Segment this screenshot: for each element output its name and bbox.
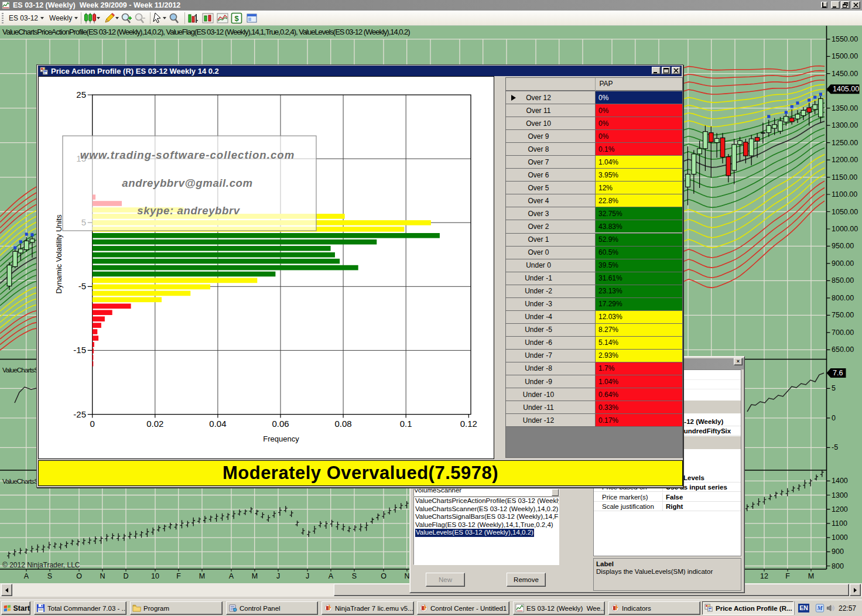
svg-text:750.00: 750.00 bbox=[832, 311, 854, 319]
svg-text:950.00: 950.00 bbox=[832, 242, 854, 250]
svg-text:ValueChartsPriceActionProfile(: ValueChartsPriceActionProfile(ES 03-12 (… bbox=[2, 28, 410, 36]
svg-text:0: 0 bbox=[832, 414, 836, 422]
svg-text:1200.00: 1200.00 bbox=[832, 156, 858, 164]
svg-text:1300: 1300 bbox=[832, 491, 848, 499]
svg-text:F: F bbox=[176, 572, 181, 580]
svg-text:1100: 1100 bbox=[832, 519, 847, 528]
svg-text:1350.00: 1350.00 bbox=[832, 104, 858, 112]
svg-text:7.6: 7.6 bbox=[833, 369, 843, 377]
svg-text:-25: -25 bbox=[73, 409, 86, 419]
svg-text:A: A bbox=[229, 572, 234, 580]
svg-text:www.trading-software-collectio: www.trading-software-collection.com bbox=[80, 149, 295, 161]
svg-text:700.00: 700.00 bbox=[832, 328, 854, 337]
svg-text:1400: 1400 bbox=[832, 477, 848, 485]
svg-text:Frequency: Frequency bbox=[263, 434, 299, 443]
svg-text:A: A bbox=[24, 572, 29, 580]
svg-text:900.00: 900.00 bbox=[832, 259, 854, 268]
svg-text:1500.00: 1500.00 bbox=[832, 52, 858, 60]
svg-text:Dynamic Volatility Units: Dynamic Volatility Units bbox=[54, 214, 63, 294]
svg-text:0: 0 bbox=[90, 419, 95, 429]
svg-text:1200: 1200 bbox=[832, 505, 848, 514]
svg-text:1100.00: 1100.00 bbox=[832, 190, 857, 199]
svg-text:1300.00: 1300.00 bbox=[832, 121, 858, 129]
svg-text:800.00: 800.00 bbox=[832, 294, 854, 302]
svg-text:J: J bbox=[276, 572, 280, 580]
svg-text:0.08: 0.08 bbox=[334, 419, 351, 429]
svg-text:900: 900 bbox=[832, 547, 844, 556]
svg-text:O: O bbox=[381, 572, 386, 580]
svg-text:5: 5 bbox=[832, 384, 836, 392]
svg-text:1450.00: 1450.00 bbox=[832, 70, 858, 78]
svg-text:0.12: 0.12 bbox=[460, 419, 477, 429]
svg-text:© 2012 NinjaTrader, LLC: © 2012 NinjaTrader, LLC bbox=[2, 561, 80, 569]
svg-text:-5: -5 bbox=[78, 281, 86, 291]
svg-text:J: J bbox=[306, 572, 309, 580]
svg-text:1550.00: 1550.00 bbox=[832, 35, 858, 43]
svg-text:0.02: 0.02 bbox=[146, 419, 163, 429]
svg-text:M: M bbox=[808, 572, 814, 580]
svg-text:D: D bbox=[123, 572, 128, 580]
svg-text:S: S bbox=[352, 572, 357, 580]
svg-text:1000.00: 1000.00 bbox=[832, 225, 858, 233]
svg-text:S: S bbox=[47, 572, 52, 580]
svg-text:25: 25 bbox=[76, 90, 86, 100]
svg-text:0.06: 0.06 bbox=[272, 419, 289, 429]
svg-text:A: A bbox=[329, 572, 334, 580]
svg-text:M: M bbox=[252, 572, 258, 580]
svg-text:10: 10 bbox=[151, 572, 159, 580]
svg-text:F: F bbox=[785, 572, 790, 580]
svg-text:1000: 1000 bbox=[832, 533, 848, 542]
svg-text:M: M bbox=[816, 605, 823, 611]
svg-text:0.04: 0.04 bbox=[209, 419, 226, 429]
svg-text:skype: andreybbrv: skype: andreybbrv bbox=[137, 204, 241, 217]
svg-text:$: $ bbox=[235, 14, 240, 23]
svg-text:1050.00: 1050.00 bbox=[832, 208, 858, 216]
svg-text:1150.00: 1150.00 bbox=[832, 173, 857, 182]
svg-text:0.1: 0.1 bbox=[400, 419, 412, 429]
svg-text:800: 800 bbox=[832, 562, 844, 570]
svg-text:O: O bbox=[76, 572, 82, 580]
svg-text:1250.00: 1250.00 bbox=[832, 139, 858, 147]
svg-text:-5: -5 bbox=[832, 443, 838, 451]
svg-text:andreybbrv@gmail.com: andreybbrv@gmail.com bbox=[122, 177, 252, 189]
svg-text:M: M bbox=[199, 572, 205, 580]
svg-text:650.00: 650.00 bbox=[832, 345, 854, 354]
svg-text:N: N bbox=[100, 572, 105, 580]
svg-text:12: 12 bbox=[760, 572, 768, 580]
svg-text:850.00: 850.00 bbox=[832, 276, 854, 285]
svg-text:-15: -15 bbox=[73, 345, 86, 355]
svg-text:1405.00: 1405.00 bbox=[833, 85, 859, 93]
